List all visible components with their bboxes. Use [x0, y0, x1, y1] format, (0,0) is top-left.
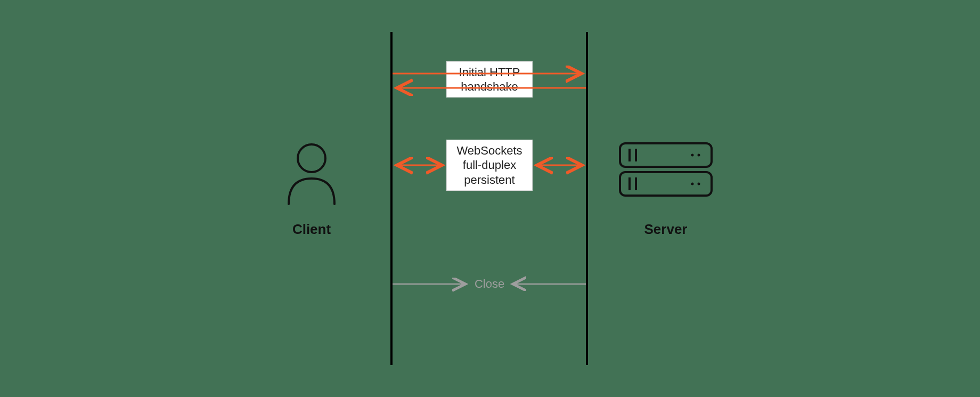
close-arrow-right	[509, 279, 586, 289]
person-icon	[282, 141, 341, 205]
server-lifeline	[586, 32, 588, 365]
client-label: Client	[261, 221, 362, 238]
svg-point-4	[691, 154, 694, 157]
server-icon	[618, 141, 714, 200]
ws-line1: WebSockets	[451, 143, 528, 158]
websockets-box: WebSockets full-duplex persistent	[446, 140, 533, 191]
ws-arrow-right	[533, 160, 586, 171]
handshake-arrow-left	[393, 83, 586, 93]
svg-point-9	[691, 183, 694, 185]
close-label: Close	[473, 277, 506, 291]
close-arrow-left	[393, 279, 470, 289]
client-lifeline	[390, 32, 393, 365]
svg-point-5	[698, 154, 700, 157]
handshake-arrow-right	[393, 68, 586, 79]
ws-arrow-left	[393, 160, 446, 171]
svg-point-0	[298, 144, 325, 172]
svg-point-10	[698, 183, 700, 185]
server-label: Server	[615, 221, 716, 238]
ws-line2: full-duplex	[451, 158, 528, 173]
ws-line3: persistent	[451, 173, 528, 188]
